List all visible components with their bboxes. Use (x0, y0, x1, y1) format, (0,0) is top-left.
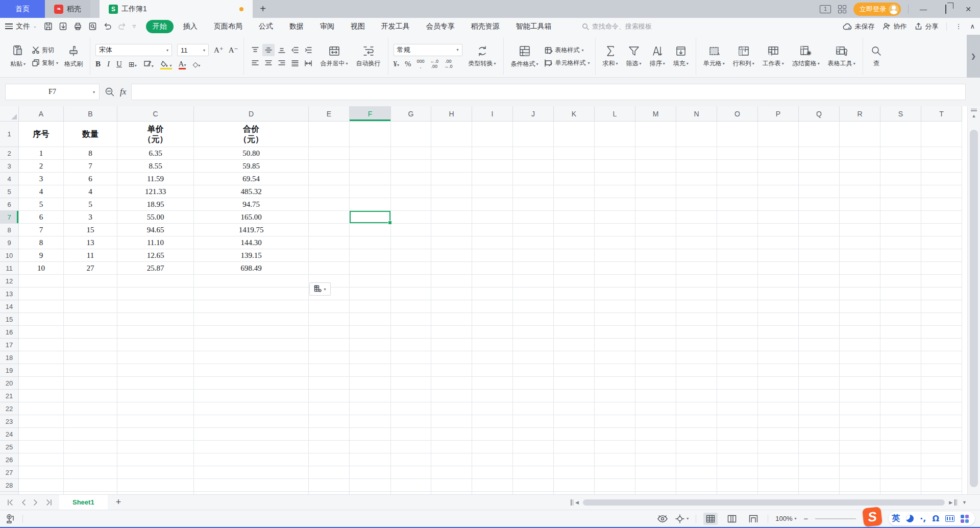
cell-H22[interactable] (431, 402, 472, 415)
cell-H8[interactable] (431, 224, 472, 236)
cell-K5[interactable] (554, 185, 595, 198)
cell-O12[interactable] (717, 275, 758, 287)
formula-input[interactable] (131, 84, 966, 100)
cell-J5[interactable] (513, 185, 554, 198)
cell-L4[interactable] (595, 173, 635, 185)
cell-L23[interactable] (595, 415, 635, 428)
cell-L2[interactable] (595, 147, 635, 160)
cell-P11[interactable] (758, 262, 799, 275)
row-header-5[interactable]: 5 (0, 185, 19, 198)
cell-P13[interactable] (758, 287, 799, 300)
cell-S7[interactable] (880, 211, 921, 224)
cell-D3[interactable]: 59.85 (194, 160, 309, 173)
cell-H28[interactable] (431, 479, 472, 492)
cell-E20[interactable] (309, 377, 350, 390)
cell-C1[interactable]: 单价 （元） (117, 122, 194, 147)
cell-O11[interactable] (717, 262, 758, 275)
cell-J14[interactable] (513, 300, 554, 313)
cell-Q4[interactable] (799, 173, 840, 185)
cell-N24[interactable] (676, 428, 717, 441)
cell-O27[interactable] (717, 466, 758, 479)
cell-N19[interactable] (676, 364, 717, 377)
cell-J6[interactable] (513, 198, 554, 211)
scroll-down-icon[interactable]: ▼ (962, 500, 967, 505)
cell-H2[interactable] (431, 147, 472, 160)
cell-A20[interactable] (19, 377, 64, 390)
cell-H1[interactable] (431, 122, 472, 147)
cell-T6[interactable] (921, 198, 962, 211)
fill-color-button[interactable]: ▾ (160, 60, 172, 68)
cell-C19[interactable] (117, 364, 194, 377)
cell-T7[interactable] (921, 211, 962, 224)
cell-B18[interactable] (64, 351, 117, 364)
cell-E4[interactable] (309, 173, 350, 185)
cell-N27[interactable] (676, 466, 717, 479)
cell-M13[interactable] (635, 287, 676, 300)
cell-J4[interactable] (513, 173, 554, 185)
cell-F10[interactable] (350, 249, 391, 262)
cell-O4[interactable] (717, 173, 758, 185)
cell-H14[interactable] (431, 300, 472, 313)
cell-E23[interactable] (309, 415, 350, 428)
tab-developer[interactable]: 开发工具 (375, 20, 416, 33)
cell-Q28[interactable] (799, 479, 840, 492)
insert-function-icon[interactable]: fx (120, 87, 126, 97)
cell-I12[interactable] (472, 275, 513, 287)
document-tab[interactable]: S 工作簿1 (100, 0, 253, 18)
cell-E2[interactable] (309, 147, 350, 160)
cell-E15[interactable] (309, 313, 350, 326)
cell-Q26[interactable] (799, 453, 840, 466)
cell-J11[interactable] (513, 262, 554, 275)
cell-I16[interactable] (472, 326, 513, 339)
column-header-P[interactable]: P (758, 106, 799, 122)
column-header-C[interactable]: C (117, 106, 194, 122)
column-header-M[interactable]: M (635, 106, 676, 122)
cell-K16[interactable] (554, 326, 595, 339)
underline-button[interactable]: U (116, 60, 122, 68)
cell-J17[interactable] (513, 339, 554, 351)
cell-N5[interactable] (676, 185, 717, 198)
cell-D18[interactable] (194, 351, 309, 364)
save-icon[interactable] (44, 22, 53, 31)
cell-K7[interactable] (554, 211, 595, 224)
cell-A15[interactable] (19, 313, 64, 326)
cell-C27[interactable] (117, 466, 194, 479)
column-header-N[interactable]: N (676, 106, 717, 122)
redo-icon[interactable] (118, 22, 127, 30)
row-header-1[interactable]: 1 (0, 122, 19, 147)
cell-Q10[interactable] (799, 249, 840, 262)
cell-S9[interactable] (880, 236, 921, 249)
cell-C4[interactable]: 11.59 (117, 173, 194, 185)
cell-A19[interactable] (19, 364, 64, 377)
cell-L19[interactable] (595, 364, 635, 377)
cell-E25[interactable] (309, 441, 350, 453)
cell-I13[interactable] (472, 287, 513, 300)
cell-M23[interactable] (635, 415, 676, 428)
cell-P15[interactable] (758, 313, 799, 326)
cell-H27[interactable] (431, 466, 472, 479)
cell-P5[interactable] (758, 185, 799, 198)
cell-G14[interactable] (391, 300, 431, 313)
cell-G15[interactable] (391, 313, 431, 326)
column-header-S[interactable]: S (880, 106, 921, 122)
cell-I11[interactable] (472, 262, 513, 275)
cell-D1[interactable]: 合价 （元） (194, 122, 309, 147)
cell-A10[interactable]: 9 (19, 249, 64, 262)
cell-P7[interactable] (758, 211, 799, 224)
cell-G22[interactable] (391, 402, 431, 415)
align-left-icon[interactable] (249, 57, 261, 69)
worksheet-button[interactable]: 工作表▾ (761, 44, 786, 69)
number-format-select[interactable]: 常规▾ (394, 44, 462, 56)
column-header-K[interactable]: K (554, 106, 595, 122)
cell-A28[interactable] (19, 479, 64, 492)
cell-O18[interactable] (717, 351, 758, 364)
cell-S25[interactable] (880, 441, 921, 453)
cell-L24[interactable] (595, 428, 635, 441)
align-right-icon[interactable] (276, 57, 288, 69)
cell-G19[interactable] (391, 364, 431, 377)
cell-S17[interactable] (880, 339, 921, 351)
row-header-27[interactable]: 27 (0, 466, 19, 479)
cell-C14[interactable] (117, 300, 194, 313)
clear-format-button[interactable]: ◇▾ (192, 60, 200, 68)
cell-N6[interactable] (676, 198, 717, 211)
